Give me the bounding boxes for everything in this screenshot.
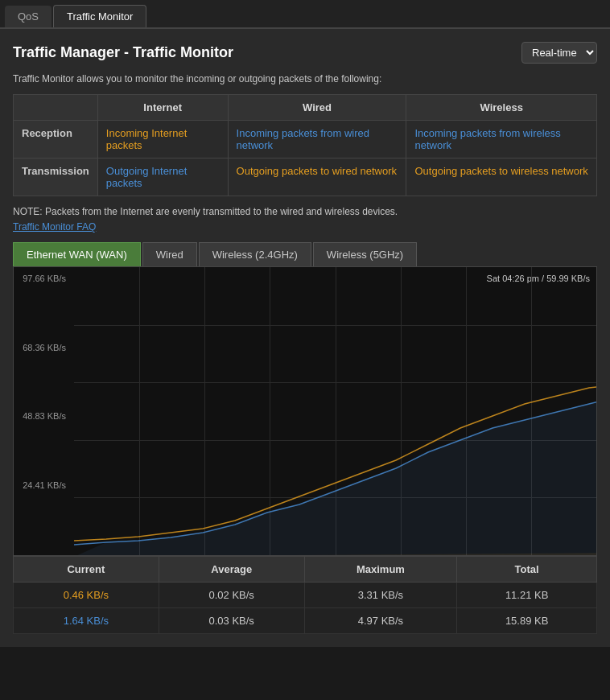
transmission-wireless: Outgoing packets to wireless network — [406, 159, 597, 196]
row-label-transmission: Transmission — [14, 159, 98, 196]
table-row-reception: Reception Incoming Internet packets Inco… — [14, 121, 597, 159]
col-header-wired: Wired — [228, 95, 406, 121]
description-text: Traffic Monitor allows you to monitor th… — [13, 73, 597, 84]
tab-traffic-monitor[interactable]: Traffic Monitor — [53, 5, 146, 27]
reception-wired: Incoming packets from wired network — [228, 121, 406, 159]
col-header-internet: Internet — [97, 95, 228, 121]
stats-col-total: Total — [457, 557, 597, 583]
stats-current-0: 0.46 KB/s — [14, 583, 159, 608]
outgoing-wired-link[interactable]: Outgoing packets to wired network — [237, 165, 397, 177]
stats-total-1: 15.89 KB — [457, 608, 597, 634]
reception-internet: Incoming Internet packets — [97, 121, 228, 159]
stats-maximum-1: 4.97 KB/s — [304, 608, 457, 634]
stats-current-value-0: 0.46 KB/s — [64, 589, 109, 601]
transmission-internet: Outgoing Internet packets — [97, 159, 228, 196]
tab-qos[interactable]: QoS — [5, 6, 52, 27]
chart-container: 97.66 KB/s 68.36 KB/s 48.83 KB/s 24.41 K… — [13, 266, 597, 556]
chart-y-labels: 97.66 KB/s 68.36 KB/s 48.83 KB/s 24.41 K… — [14, 267, 74, 555]
stats-col-maximum: Maximum — [304, 557, 457, 583]
y-label-3: 24.41 KB/s — [17, 480, 71, 490]
monitor-tab-wired[interactable]: Wired — [142, 242, 197, 266]
stats-maximum-0: 3.31 KB/s — [304, 583, 457, 608]
stats-col-current: Current — [14, 557, 159, 583]
incoming-wireless-link[interactable]: Incoming packets from wireless network — [414, 127, 560, 151]
stats-current-value-1: 1.64 KB/s — [64, 615, 109, 627]
monitor-tab-bar: Ethernet WAN (WAN) Wired Wireless (2.4GH… — [13, 242, 597, 266]
col-header-wireless: Wireless — [406, 95, 597, 121]
y-label-2: 48.83 KB/s — [17, 411, 71, 421]
header-row: Traffic Manager - Traffic Monitor Real-t… — [13, 42, 597, 64]
monitor-tab-wan[interactable]: Ethernet WAN (WAN) — [13, 242, 141, 266]
svg-marker-1 — [74, 396, 596, 555]
incoming-internet-link[interactable]: Incoming Internet packets — [106, 127, 187, 151]
monitor-tab-wireless-24[interactable]: Wireless (2.4GHz) — [199, 242, 311, 266]
table-row-transmission: Transmission Outgoing Internet packets O… — [14, 159, 597, 196]
stats-total-0: 11.21 KB — [457, 583, 597, 608]
outgoing-wireless-link[interactable]: Outgoing packets to wireless network — [414, 165, 587, 177]
y-label-1: 68.36 KB/s — [17, 343, 71, 352]
realtime-select[interactable]: Real-time — [521, 42, 597, 64]
stats-average-1: 0.03 KB/s — [159, 608, 304, 634]
top-tab-bar: QoS Traffic Monitor — [0, 0, 610, 29]
chart-svg — [74, 267, 596, 555]
chart-grid-lines — [74, 267, 596, 555]
row-label-reception: Reception — [14, 121, 98, 159]
outgoing-internet-link[interactable]: Outgoing Internet packets — [106, 165, 187, 189]
page-title: Traffic Manager - Traffic Monitor — [13, 44, 233, 61]
main-content: Traffic Manager - Traffic Monitor Real-t… — [0, 29, 610, 647]
monitor-tab-wireless-5[interactable]: Wireless (5GHz) — [313, 242, 417, 266]
transmission-wired: Outgoing packets to wired network — [228, 159, 406, 196]
col-header-empty — [14, 95, 98, 121]
stats-row-0: 0.46 KB/s 0.02 KB/s 3.31 KB/s 11.21 KB — [14, 583, 597, 608]
stats-current-1: 1.64 KB/s — [14, 608, 159, 634]
stats-col-average: Average — [159, 557, 304, 583]
info-table: Internet Wired Wireless Reception Incomi… — [13, 94, 597, 196]
stats-row-1: 1.64 KB/s 0.03 KB/s 4.97 KB/s 15.89 KB — [14, 608, 597, 634]
note-text: NOTE: Packets from the Internet are even… — [13, 206, 597, 217]
stats-table: Current Average Maximum Total 0.46 KB/s … — [13, 556, 597, 634]
y-label-0: 97.66 KB/s — [17, 274, 71, 283]
incoming-wired-link[interactable]: Incoming packets from wired network — [237, 127, 369, 151]
reception-wireless: Incoming packets from wireless network — [406, 121, 597, 159]
stats-average-0: 0.02 KB/s — [159, 583, 304, 608]
faq-link[interactable]: Traffic Monitor FAQ — [13, 221, 96, 233]
